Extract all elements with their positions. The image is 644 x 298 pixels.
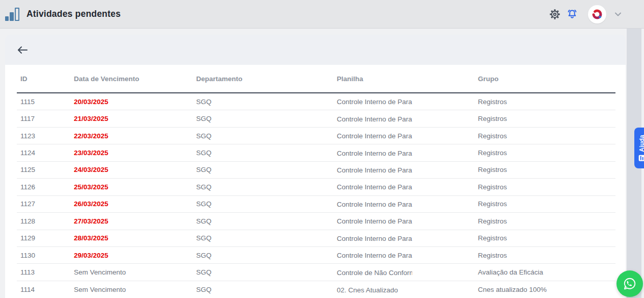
table-row[interactable]: 1114 Sem Vencimento SGQ 02. Cnes Atualiz… (17, 281, 615, 298)
cell-sheet: Controle Interno de Para (337, 234, 478, 242)
back-button[interactable] (16, 44, 31, 56)
gear-icon (549, 8, 561, 20)
logo-bar-small (5, 16, 9, 21)
company-logo-icon (591, 8, 603, 20)
cell-sheet: 02. Cnes Atualizado (337, 286, 478, 294)
cell-due-date: Sem Vencimento (74, 286, 196, 293)
cell-due-date: 23/03/2025 (74, 149, 196, 157)
help-tab[interactable]: Ajuda (634, 128, 644, 168)
cell-id: 1124 (20, 149, 74, 157)
table-row[interactable]: 1125 24/03/2025 SGQ Controle Interno de … (17, 162, 615, 179)
notifications-button[interactable] (564, 6, 581, 23)
cell-group: Registros (478, 234, 615, 242)
settings-button[interactable] (546, 6, 564, 23)
column-header-id: ID (20, 75, 74, 83)
logo-bar-tall (15, 8, 19, 21)
cell-id: 1129 (20, 234, 74, 242)
bar-chart-logo-icon[interactable] (5, 8, 19, 21)
table-row[interactable]: 1128 27/03/2025 SGQ Controle Interno de … (17, 213, 615, 230)
table-row[interactable]: 1117 21/03/2025 SGQ Controle Interno de … (17, 110, 615, 127)
table-row[interactable]: 1130 29/03/2025 SGQ Controle Interno de … (17, 247, 615, 264)
cell-department: SGQ (196, 286, 337, 293)
cell-sheet: Controle Interno de Para (337, 217, 478, 225)
cell-due-date: 21/03/2025 (74, 115, 196, 122)
cell-group: Registros (478, 98, 615, 106)
cell-sheet: Controle Interno de Para (337, 166, 478, 174)
cell-id: 1113 (20, 268, 74, 276)
cell-group: Registros (478, 183, 615, 191)
cell-id: 1114 (20, 286, 74, 293)
table-row[interactable]: 1113 Sem Vencimento SGQ Controle de Não … (17, 264, 615, 281)
cell-group: Registros (478, 200, 615, 208)
cell-id: 1127 (20, 200, 74, 208)
cell-due-date: 25/03/2025 (74, 183, 196, 191)
cell-department: SGQ (196, 217, 337, 225)
table-body: 1115 20/03/2025 SGQ Controle Interno de … (17, 93, 615, 298)
cell-sheet: Controle Interno de Para (337, 115, 478, 123)
cell-due-date: 26/03/2025 (74, 200, 196, 208)
chevron-down-icon (614, 10, 622, 18)
cell-sheet: Controle Interno de Para (337, 97, 478, 106)
pending-activities-card: ID Data de Vencimento Departamento Plani… (5, 65, 626, 298)
cell-due-date: 20/03/2025 (74, 98, 196, 106)
cell-id: 1117 (20, 115, 74, 122)
cell-department: SGQ (196, 183, 337, 191)
cell-due-date: Sem Vencimento (74, 268, 196, 276)
cell-department: SGQ (196, 234, 337, 242)
cell-group: Registros (478, 166, 615, 173)
cell-department: SGQ (196, 132, 337, 140)
cell-id: 1123 (20, 132, 74, 140)
cell-group: Registros (478, 149, 615, 157)
table-row[interactable]: 1129 28/03/2025 SGQ Controle Interno de … (17, 230, 615, 247)
table-row[interactable]: 1126 25/03/2025 SGQ Controle Interno de … (17, 179, 615, 195)
cell-department: SGQ (196, 166, 337, 173)
user-avatar[interactable] (588, 5, 606, 23)
cell-department: SGQ (196, 98, 337, 106)
cell-sheet: Controle Interno de Para (337, 183, 478, 191)
cell-due-date: 29/03/2025 (74, 252, 196, 259)
help-tab-label: Ajuda (638, 135, 644, 152)
cell-due-date: 22/03/2025 (74, 132, 196, 140)
cell-department: SGQ (196, 200, 337, 208)
cell-group: Registros (478, 115, 615, 122)
column-header-sheet: Planilha (337, 75, 478, 83)
cell-sheet: Controle Interno de Para (337, 251, 478, 259)
cell-department: SGQ (196, 149, 337, 157)
table-row[interactable]: 1127 26/03/2025 SGQ Controle Interno de … (17, 196, 615, 213)
table-row[interactable]: 1124 23/03/2025 SGQ Controle Interno de … (17, 144, 615, 161)
cell-due-date: 24/03/2025 (74, 166, 196, 173)
cell-sheet: Controle Interno de Para (337, 200, 478, 208)
cell-sheet: Controle Interno de Para (337, 149, 478, 157)
help-book-icon (639, 155, 644, 161)
cell-sheet: Controle de Não Conform (337, 268, 478, 277)
table-header-row: ID Data de Vencimento Departamento Plani… (17, 65, 615, 93)
cell-group: Registros (478, 132, 615, 140)
cell-department: SGQ (196, 115, 337, 122)
column-header-department: Departamento (196, 75, 337, 83)
whatsapp-icon (621, 275, 638, 292)
cell-id: 1126 (20, 183, 74, 191)
table-row[interactable]: 1115 20/03/2025 SGQ Controle Interno de … (17, 93, 615, 110)
logo-bar-medium (10, 12, 14, 21)
cell-due-date: 27/03/2025 (74, 217, 196, 225)
cell-group: Registros (478, 217, 615, 225)
cell-id: 1115 (20, 98, 74, 106)
arrow-left-icon (16, 46, 29, 54)
bell-icon (566, 8, 578, 20)
cell-due-date: 28/03/2025 (74, 234, 196, 242)
pending-activities-table: ID Data de Vencimento Departamento Plani… (5, 65, 626, 298)
cell-sheet: Controle Interno de Para (337, 132, 478, 140)
cell-group: Cnes atualizado 100% (478, 286, 615, 293)
table-row[interactable]: 1123 22/03/2025 SGQ Controle Interno de … (17, 128, 615, 144)
column-header-due-date: Data de Vencimento (74, 75, 196, 83)
cell-id: 1125 (20, 166, 74, 173)
cell-id: 1128 (20, 217, 74, 225)
toolbar (5, 35, 626, 65)
profile-menu-button[interactable] (609, 6, 627, 23)
cell-id: 1130 (20, 252, 74, 259)
whatsapp-button[interactable] (616, 270, 643, 297)
cell-department: SGQ (196, 268, 337, 276)
cell-group: Registros (478, 252, 615, 259)
page-title: Atividades pendentes (26, 9, 121, 19)
cell-group: Avaliação da Eficácia (478, 268, 615, 276)
